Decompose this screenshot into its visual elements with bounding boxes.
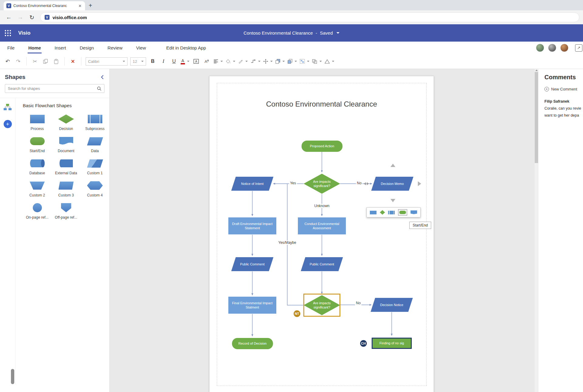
- flow-node-finding-of-no-sig[interactable]: Finding of no sig: [372, 338, 412, 349]
- change-shape-button[interactable]: [325, 59, 334, 64]
- quick-shape-decision-icon[interactable]: [380, 210, 385, 215]
- flow-node-public-comment-right[interactable]: Public Comment: [303, 257, 341, 271]
- flow-node-public-comment-left[interactable]: Public Comment: [234, 257, 271, 271]
- fill-color-button[interactable]: [226, 59, 235, 64]
- collapse-panel-icon[interactable]: [101, 75, 104, 80]
- grow-font-button[interactable]: A: [203, 57, 211, 66]
- shape-item-offpage-ref[interactable]: Off-page ref...: [52, 202, 80, 220]
- refresh-button[interactable]: ↻: [27, 12, 37, 22]
- shape-item-database[interactable]: Database: [23, 157, 52, 175]
- tab-title: Contoso Environmental Clearanc: [13, 4, 76, 8]
- share-icon[interactable]: ↗: [575, 44, 582, 52]
- chevron-down-icon: [319, 61, 322, 62]
- shape-combine-button[interactable]: [312, 59, 322, 64]
- shape-search-box[interactable]: [5, 84, 104, 93]
- font-color-button[interactable]: A: [181, 59, 189, 64]
- quick-shape-process-icon[interactable]: [370, 211, 377, 214]
- shape-item-custom4[interactable]: Custom 4: [80, 179, 109, 197]
- font-name-select[interactable]: Calibri: [86, 57, 128, 66]
- tab-insert[interactable]: Insert: [54, 42, 67, 53]
- avatar[interactable]: [536, 44, 544, 52]
- bring-forward-icon: [275, 59, 280, 64]
- flow-node-decision-notice[interactable]: Decision Notice: [373, 298, 411, 312]
- tab-review[interactable]: Review: [107, 42, 123, 53]
- shape-item-data[interactable]: Data: [80, 135, 109, 153]
- undo-button[interactable]: ↶: [4, 57, 12, 66]
- avatar[interactable]: [560, 44, 568, 52]
- font-size-select[interactable]: 12: [130, 57, 146, 66]
- tab-file[interactable]: File: [7, 42, 15, 53]
- browser-tab[interactable]: V Contoso Environmental Clearanc ✕: [4, 1, 85, 10]
- copy-button[interactable]: [42, 57, 49, 66]
- text-block-icon: A: [193, 59, 199, 64]
- bring-forward-button[interactable]: [275, 59, 285, 64]
- shape-item-document[interactable]: Document: [52, 135, 80, 153]
- canvas-scrollbar[interactable]: [534, 69, 538, 392]
- scroll-up-arrow-icon[interactable]: [535, 70, 538, 71]
- panel-scrollbar-thumb[interactable]: [11, 369, 14, 384]
- new-comment-button[interactable]: + New Comment: [544, 87, 583, 91]
- flow-node-record-of-decision[interactable]: Record of Decision: [232, 338, 273, 349]
- shape-item-custom3[interactable]: Custom 3: [52, 179, 80, 197]
- canvas-scrollbar-thumb[interactable]: [535, 72, 538, 163]
- shape-item-custom1[interactable]: Custom 1: [80, 157, 109, 175]
- drawing-canvas[interactable]: Contoso Environmental Clearance: [110, 69, 538, 392]
- shape-item-process[interactable]: Process: [23, 113, 52, 131]
- flowchart-stencil-icon[interactable]: [3, 104, 12, 111]
- tab-design[interactable]: Design: [79, 42, 94, 53]
- forward-button[interactable]: →: [15, 12, 26, 22]
- align-text-button[interactable]: [213, 59, 223, 63]
- flow-node-decision-memo[interactable]: Decision Memo: [373, 177, 411, 191]
- autoconnect-down-arrow-icon[interactable]: [390, 199, 395, 202]
- bold-button[interactable]: B: [149, 57, 157, 66]
- shape-item-onpage-ref[interactable]: On-page ref...: [23, 202, 52, 220]
- quick-shapes-picker[interactable]: [367, 207, 421, 217]
- text-block-button[interactable]: A: [192, 57, 200, 66]
- back-button[interactable]: ←: [4, 12, 14, 22]
- flow-node-conduct-assessment[interactable]: Conduct Environmental Assessment: [298, 217, 346, 234]
- autoconnect-right-arrow-icon[interactable]: [418, 181, 421, 186]
- flow-node-draft-eis[interactable]: Draft Environmental Impact Statement: [228, 217, 276, 234]
- shape-item-startend[interactable]: Start/End: [23, 135, 52, 153]
- flow-node-final-eis[interactable]: Final Environmental Impact Statment: [228, 297, 276, 314]
- shape-item-external-data[interactable]: External Data: [52, 157, 80, 175]
- flow-node-proposed-action[interactable]: Proposed Action: [302, 141, 343, 152]
- new-tab-button[interactable]: +: [89, 2, 92, 9]
- send-backward-button[interactable]: [288, 59, 297, 64]
- tab-close-icon[interactable]: ✕: [78, 4, 82, 8]
- autoconnect-left-mini-arrow-icon[interactable]: [364, 182, 366, 185]
- shape-search-input[interactable]: [5, 86, 94, 91]
- underline-button[interactable]: U: [170, 57, 178, 66]
- quick-shape-startend-selected[interactable]: [398, 209, 407, 216]
- add-stencil-button[interactable]: +: [4, 120, 12, 128]
- shape-item-decision[interactable]: Decision: [52, 113, 80, 131]
- autoconnect-up-arrow-icon[interactable]: [390, 164, 395, 167]
- title-chevron-down-icon[interactable]: [336, 32, 339, 34]
- app-name[interactable]: Visio: [18, 30, 30, 36]
- position-button[interactable]: [263, 59, 273, 64]
- app-launcher-icon[interactable]: [5, 30, 11, 36]
- shape-item-custom2[interactable]: Custom 2: [23, 179, 52, 197]
- tab-view[interactable]: View: [135, 42, 146, 53]
- tab-home[interactable]: Home: [28, 42, 42, 53]
- line-color-button[interactable]: [238, 59, 248, 64]
- address-bar[interactable]: V visio.office.com: [40, 12, 579, 22]
- search-icon[interactable]: [94, 86, 104, 91]
- paste-button[interactable]: [52, 57, 60, 66]
- grow-font-icon: A: [204, 59, 210, 64]
- flow-node-notice-of-intent[interactable]: Notice of Intent: [234, 177, 271, 191]
- redo-button[interactable]: ↷: [14, 57, 22, 66]
- document-title[interactable]: Contoso Environmental Clearance - Saved: [244, 30, 339, 36]
- drawing-page[interactable]: Contoso Environmental Clearance: [209, 76, 434, 392]
- avatar[interactable]: [548, 44, 556, 52]
- cut-button[interactable]: ✂: [31, 57, 39, 66]
- quick-shape-subprocess-icon[interactable]: [388, 211, 395, 214]
- connector-style-button[interactable]: [251, 59, 261, 63]
- italic-button[interactable]: I: [159, 57, 167, 66]
- shape-item-subprocess[interactable]: Subprocess: [80, 113, 109, 131]
- group-button[interactable]: [300, 59, 309, 64]
- edit-in-desktop-button[interactable]: Edit in Desktop App: [166, 45, 206, 50]
- delete-button[interactable]: ✕: [69, 57, 77, 66]
- autoconnect-right-mini-arrow-icon[interactable]: [367, 182, 369, 185]
- quick-shape-document-icon[interactable]: [411, 210, 417, 214]
